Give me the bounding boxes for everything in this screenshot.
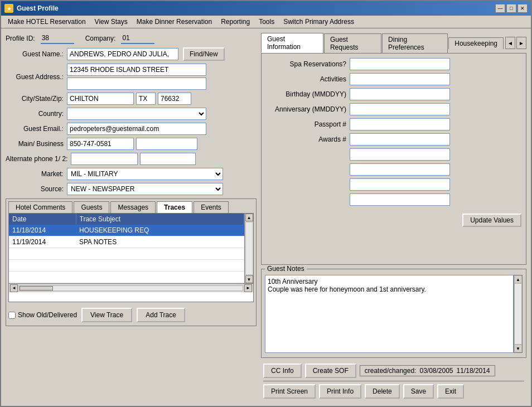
extra4-input[interactable] <box>350 193 450 206</box>
guest-notes-textarea[interactable]: 10th Anniversary Couple was here for hon… <box>265 275 514 353</box>
find-new-button[interactable]: Find/New <box>183 47 225 61</box>
tab-guest-information[interactable]: Guest Information <box>261 33 323 53</box>
show-old-checkbox[interactable] <box>8 312 16 319</box>
scroll-down-btn[interactable]: ▼ <box>245 275 253 283</box>
h-scroll-track[interactable] <box>19 285 243 291</box>
notes-scroll-down[interactable]: ▼ <box>514 345 522 352</box>
market-label: Market: <box>6 170 67 178</box>
business-phone-input[interactable] <box>136 138 197 150</box>
extra3-input[interactable] <box>350 178 450 191</box>
awards-input[interactable] <box>350 133 450 146</box>
horizontal-scrollbar[interactable]: ◄ ► <box>9 283 253 292</box>
tab-messages[interactable]: Messages <box>110 201 156 213</box>
activities-label: Activities <box>266 75 350 83</box>
city-state-zip-row: City/State/Zip: <box>6 93 257 105</box>
country-select[interactable] <box>67 108 206 120</box>
left-panel: Profile ID: Company: Guest Name.: Find/N… <box>6 33 257 401</box>
table-row[interactable] <box>9 272 244 283</box>
scroll-left-btn[interactable]: ◄ <box>10 284 18 292</box>
extra2-input[interactable] <box>350 163 450 176</box>
h-scroll-thumb[interactable] <box>20 286 53 290</box>
tab-next-arrow[interactable]: ► <box>516 37 526 49</box>
menu-view-stays[interactable]: View Stays <box>90 17 132 27</box>
address-line2-input[interactable] <box>67 77 206 90</box>
add-trace-button[interactable]: Add Trace <box>137 308 185 322</box>
tab-guest-requests[interactable]: Guest Requests <box>324 33 381 53</box>
notes-scrollbar[interactable]: ▲ ▼ <box>514 275 523 353</box>
guest-info-panel: Spa Reservations? Activities Birthday (M… <box>261 53 526 265</box>
menu-reporting[interactable]: Reporting <box>216 17 254 27</box>
anniversary-input[interactable] <box>350 103 450 115</box>
menu-dinner-reservation[interactable]: Make Dinner Reservation <box>132 17 216 27</box>
created-date: 03/08/2005 <box>419 367 453 375</box>
menu-tools[interactable]: Tools <box>254 17 279 27</box>
cc-info-button[interactable]: CC Info <box>263 364 302 378</box>
tab-housekeeping[interactable]: Housekeeping <box>448 37 504 49</box>
anniversary-label: Anniversary (MMDDYY) <box>266 105 350 113</box>
market-select[interactable]: MIL - MILITARY <box>67 168 223 180</box>
market-row: Market: MIL - MILITARY <box>6 168 257 180</box>
alt-phone1-input[interactable] <box>71 153 138 165</box>
tab-hotel-comments[interactable]: Hotel Comments <box>8 201 72 213</box>
birthday-input[interactable] <box>350 88 450 100</box>
maximize-button[interactable]: □ <box>506 4 516 13</box>
view-trace-button[interactable]: View Trace <box>81 308 132 322</box>
footer-bottom: Print Screen Print Info Delete Save Exit <box>261 382 526 401</box>
passport-input[interactable] <box>350 118 450 130</box>
table-row[interactable] <box>9 248 244 260</box>
right-tabs: Guest Information Guest Requests Dining … <box>261 33 526 53</box>
activities-input[interactable] <box>350 73 450 85</box>
delete-button[interactable]: Delete <box>365 384 400 399</box>
notes-scroll-up[interactable]: ▲ <box>514 275 522 283</box>
main-phone-input[interactable] <box>67 138 134 150</box>
tab-events[interactable]: Events <box>194 201 229 213</box>
notes-scroll-track[interactable] <box>514 283 522 345</box>
table-row[interactable]: 11/18/2014 HOUSEKEEPING REQ <box>9 225 244 236</box>
vertical-scrollbar[interactable]: ▲ ▼ <box>244 214 253 283</box>
email-row: Guest Email.: <box>6 123 257 135</box>
save-button[interactable]: Save <box>403 384 434 399</box>
extra1-row <box>266 148 521 161</box>
print-screen-button[interactable]: Print Screen <box>263 384 316 399</box>
notes-scroll-wrapper: 10th Anniversary Couple was here for hon… <box>265 275 523 353</box>
country-label: Country: <box>6 110 67 118</box>
window-controls: — □ ✕ <box>495 4 528 13</box>
minimize-button[interactable]: — <box>495 4 505 13</box>
exit-button[interactable]: Exit <box>437 384 464 399</box>
close-button[interactable]: ✕ <box>518 4 528 13</box>
extra1-input[interactable] <box>350 148 450 161</box>
title-bar-left: ★ Guest Profile <box>4 4 59 13</box>
alt-phone-row: Alternate phone 1/ 2: <box>6 153 257 165</box>
source-select[interactable]: NEW - NEWSPAPER <box>67 183 223 195</box>
table-row[interactable] <box>9 260 244 272</box>
create-sof-button[interactable]: Create SOF <box>305 364 356 378</box>
scroll-up-btn[interactable]: ▲ <box>245 214 253 221</box>
trace-date <box>9 272 76 283</box>
main-window: ★ Guest Profile — □ ✕ Make HOTEL Reserva… <box>0 0 532 407</box>
menu-hotel-reservation[interactable]: Make HOTEL Reservation <box>3 17 90 27</box>
company-input[interactable] <box>121 33 154 44</box>
guest-name-input[interactable] <box>67 48 178 60</box>
trace-date <box>9 260 76 272</box>
menu-switch-address[interactable]: Switch Primary Address <box>279 17 359 27</box>
main-phone-label: Main/ Business <box>6 140 67 148</box>
passport-label: Passport # <box>266 120 350 128</box>
address-line1-input[interactable] <box>67 64 206 76</box>
trace-subject: SPA NOTES <box>76 236 244 248</box>
state-input[interactable] <box>136 93 156 105</box>
tab-traces[interactable]: Traces <box>157 201 192 213</box>
print-info-button[interactable]: Print Info <box>319 384 361 399</box>
zip-input[interactable] <box>158 93 191 105</box>
scroll-right-btn[interactable]: ► <box>244 284 252 292</box>
update-values-button[interactable]: Update Values <box>462 214 521 227</box>
alt-phone2-input[interactable] <box>140 153 196 165</box>
email-input[interactable] <box>67 123 206 135</box>
tab-guests[interactable]: Guests <box>74 201 109 213</box>
tab-dining-preferences[interactable]: Dining Preferences <box>382 33 448 53</box>
tab-prev-arrow[interactable]: ◄ <box>505 37 515 49</box>
city-input[interactable] <box>67 93 134 105</box>
spa-input[interactable] <box>350 58 450 70</box>
table-row[interactable]: 11/19/2014 SPA NOTES <box>9 236 244 248</box>
scroll-track[interactable] <box>245 222 253 275</box>
profile-id-input[interactable] <box>41 33 74 44</box>
